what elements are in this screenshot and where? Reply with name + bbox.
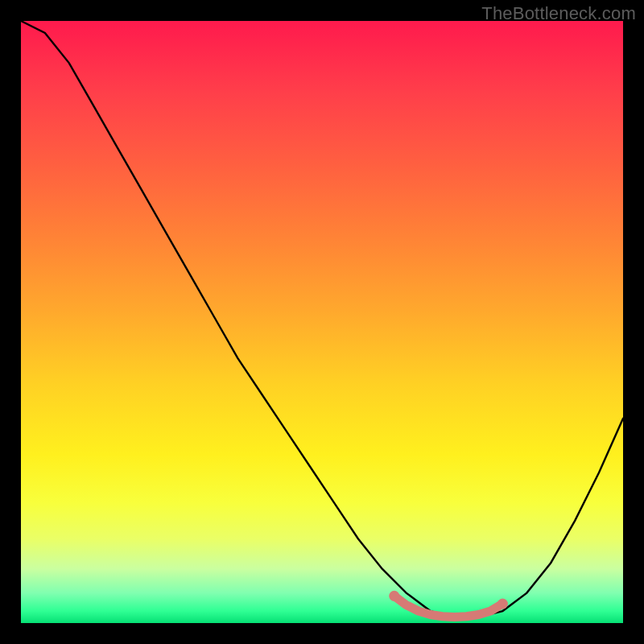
plot-area [21,21,623,623]
chart-frame: TheBottleneck.com [0,0,644,644]
optimal-range-marker [21,21,623,623]
optimal-range-end-dot [497,599,508,609]
optimal-range-start-dot [389,591,399,601]
watermark-text: TheBottleneck.com [481,3,636,24]
optimal-range-path [394,596,503,617]
